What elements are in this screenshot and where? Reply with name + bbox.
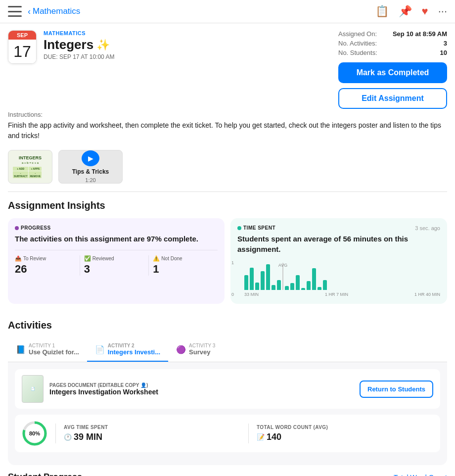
checkmark-icon: ✅ xyxy=(84,255,91,262)
edit-assignment-button[interactable]: Edit Assignment xyxy=(338,88,447,109)
play-icon: ▶ xyxy=(82,150,99,166)
subject-label: MATHEMATICS xyxy=(44,30,330,36)
to-review-stat: 📤 To Review 26 xyxy=(15,255,80,276)
tray-icon: 📤 xyxy=(15,255,22,262)
poster-attachment[interactable]: INTEGERS a + b = c + a + ADD + APPS - SU… xyxy=(8,150,52,184)
mark-completed-button[interactable]: Mark as Completed xyxy=(338,62,447,83)
top-nav: ‹ Mathematics 📋 📌 ♥ ··· xyxy=(0,0,455,23)
progress-stats: 📤 To Review 26 ✅ Reviewed 3 ⚠️ Not Done xyxy=(15,250,218,276)
bar-11 xyxy=(301,288,305,290)
back-label: Mathematics xyxy=(33,6,80,16)
share-icon[interactable]: 📋 xyxy=(375,5,389,18)
circle-progress: 80% xyxy=(22,421,47,446)
progress-badge: PROGRESS xyxy=(15,225,218,231)
activities-row: No. Activities: 3 xyxy=(338,40,447,47)
chart-labels: 33 MIN 1 HR 7 MIN 1 HR 40 MIN xyxy=(244,292,440,297)
sparkle-icon: ✨ xyxy=(96,39,110,51)
student-progress-header: Student Progress Total Word Count xyxy=(8,472,447,476)
due-date: DUE: SEP 17 AT 10:00 AM xyxy=(44,53,330,60)
assignment-info: MATHEMATICS Integers ✨ DUE: SEP 17 AT 10… xyxy=(44,30,330,109)
tab-3-number: ACTIVITY 3 xyxy=(189,343,215,348)
tab-activity-1[interactable]: 📘 ACTIVITY 1 Use Quizlet for... xyxy=(8,338,87,362)
poster-title: INTEGERS xyxy=(13,155,47,161)
nav-actions: 📋 📌 ♥ ··· xyxy=(375,5,447,18)
bar-7 xyxy=(277,280,281,290)
activity-tabs: 📘 ACTIVITY 1 Use Quizlet for... 📄 ACTIVI… xyxy=(8,338,447,362)
word-count-label: TOTAL WORD COUNT (AVG) xyxy=(257,425,433,430)
header-section: SEP 17 MATHEMATICS Integers ✨ DUE: SEP 1… xyxy=(0,23,455,111)
calendar-month: SEP xyxy=(8,31,36,40)
bar-15 xyxy=(323,280,327,290)
instructions-label: Instructions: xyxy=(8,111,447,118)
quizlet-icon: 📘 xyxy=(16,345,26,354)
word-count-metric: TOTAL WORD COUNT (AVG) 📝 140 xyxy=(257,425,433,442)
progress-percent: 80% xyxy=(29,430,40,436)
avg-label: AVG xyxy=(278,263,287,268)
more-icon[interactable]: ··· xyxy=(438,5,447,18)
attachments-section: INTEGERS a + b = c + a + ADD + APPS - SU… xyxy=(0,146,455,191)
back-button[interactable]: ‹ Mathematics xyxy=(28,6,80,17)
progress-text: The activities on this assignment are 97… xyxy=(15,234,218,244)
pages-icon: 📄 xyxy=(95,345,105,354)
bar-chart: AVG xyxy=(244,260,440,290)
activities-title: Activities xyxy=(8,320,447,331)
assignment-title: Integers ✨ xyxy=(44,37,330,52)
video-title: Tips & Tricks xyxy=(72,168,109,175)
chart-label-2: 1 HR 7 MIN xyxy=(325,292,348,297)
not-done-stat: ⚠️ Not Done 1 xyxy=(149,255,218,276)
tab-2-name: Integers Investi... xyxy=(108,348,160,356)
reviewed-stat: ✅ Reviewed 3 xyxy=(80,255,149,276)
student-progress-section: Student Progress Total Word Count JB Jas… xyxy=(0,472,455,476)
time-text: Students spent an average of 56 minutes … xyxy=(237,234,440,254)
students-row: No. Students: 10 xyxy=(338,49,447,56)
students-value: 10 xyxy=(440,49,447,56)
tab-activity-3[interactable]: 🟣 ACTIVITY 3 Survey xyxy=(168,338,223,362)
heart-icon[interactable]: ♥ xyxy=(422,5,428,18)
bar-8 xyxy=(285,286,289,290)
bar-2 xyxy=(250,268,254,290)
activities-value: 3 xyxy=(444,40,447,47)
metric-divider-1 xyxy=(55,424,56,443)
assigned-on-row: Assigned On: Sep 10 at 8:59 AM xyxy=(338,30,447,38)
bar-12 xyxy=(307,281,311,290)
tab-3-name: Survey xyxy=(189,348,210,356)
return-to-students-button[interactable]: Return to Students xyxy=(360,381,433,398)
tab-1-name: Use Quizlet for... xyxy=(29,348,79,356)
not-done-value: 1 xyxy=(153,263,214,276)
tab-2-number: ACTIVITY 2 xyxy=(108,343,160,348)
calendar-icon: SEP 17 xyxy=(8,30,37,64)
metric-divider-2 xyxy=(248,424,249,443)
video-attachment[interactable]: ▶ Tips & Tricks 1:20 xyxy=(58,150,123,184)
avg-time-label: AVG TIME SPENT xyxy=(64,425,240,430)
pin-icon[interactable]: 📌 xyxy=(399,5,412,18)
student-progress-title: Student Progress xyxy=(8,472,82,476)
activities-label: No. Activities: xyxy=(338,40,377,47)
survey-icon: 🟣 xyxy=(176,345,186,354)
chart-label-3: 1 HR 40 MIN xyxy=(414,292,440,297)
sidebar-toggle-button[interactable] xyxy=(8,6,22,17)
header-right: Assigned On: Sep 10 at 8:59 AM No. Activ… xyxy=(338,30,447,109)
avg-time-value: 39 MIN xyxy=(74,432,102,442)
bar-10 xyxy=(296,275,300,290)
video-duration: 1:20 xyxy=(85,177,95,183)
document-thumbnail: 📄 xyxy=(22,375,44,403)
tab-activity-2[interactable]: 📄 ACTIVITY 2 Integers Investi... xyxy=(87,338,168,362)
bar-3 xyxy=(255,283,259,290)
students-label: No. Students: xyxy=(338,49,377,56)
bar-9 xyxy=(290,283,294,290)
assigned-on-label: Assigned On: xyxy=(338,30,377,38)
insights-section: Assignment Insights PROGRESS The activit… xyxy=(0,192,455,304)
word-count-value: 140 xyxy=(267,432,281,442)
bar-6 xyxy=(272,285,275,290)
total-word-count-link[interactable]: Total Word Count xyxy=(394,474,447,476)
bar-14 xyxy=(318,287,321,290)
calendar-day: 17 xyxy=(8,40,36,63)
progress-dot-icon xyxy=(15,226,19,230)
instructions-text: Finish the app activity and worksheet, t… xyxy=(8,120,447,141)
clock-icon: 🕐 xyxy=(64,433,72,441)
bar-1 xyxy=(244,275,248,290)
chevron-left-icon: ‹ xyxy=(28,6,31,17)
document-type: PAGES DOCUMENT (EDITABLE COPY 👤) xyxy=(49,382,354,388)
document-row: 📄 PAGES DOCUMENT (EDITABLE COPY 👤) Integ… xyxy=(15,369,440,409)
time-dot-icon xyxy=(237,226,241,230)
